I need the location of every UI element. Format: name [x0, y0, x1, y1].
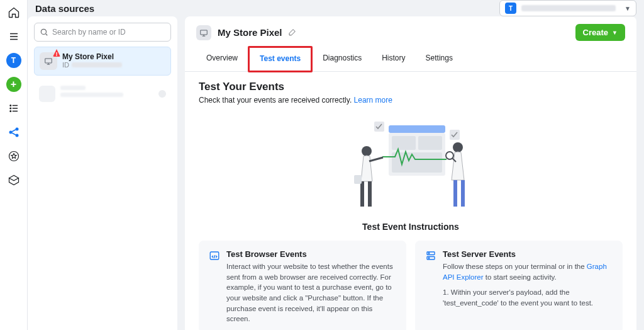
search-input-wrapper[interactable] [34, 23, 171, 42]
svg-point-21 [453, 142, 463, 152]
svg-rect-18 [360, 181, 364, 207]
svg-rect-19 [368, 181, 372, 207]
left-nav-rail: T + [0, 0, 28, 330]
account-selector[interactable]: T ▼ [499, 0, 636, 16]
code-icon [209, 250, 220, 261]
tab-settings[interactable]: Settings [416, 47, 463, 71]
svg-rect-22 [453, 180, 457, 207]
monitor-icon [196, 25, 211, 40]
browser-events-card: Test Browser Events Interact with your w… [199, 241, 406, 330]
content-pane: My Store Pixel Create ▼ Overview Test ev… [185, 16, 636, 330]
server-icon [425, 250, 436, 261]
illustration-svg [329, 116, 492, 217]
server-events-card: Test Server Events Follow these steps on… [415, 241, 623, 330]
monitor-icon: ! [40, 52, 57, 70]
create-button[interactable]: Create ▼ [575, 24, 625, 41]
svg-point-29 [428, 258, 430, 259]
source-item-redacted[interactable] [34, 81, 171, 107]
server-card-body: Follow these steps on your terminal or i… [443, 261, 613, 282]
edit-icon[interactable] [289, 28, 297, 38]
section-heading: Test Your Events [199, 81, 623, 93]
source-title: My Store Pixel [218, 27, 282, 38]
svg-rect-10 [389, 125, 445, 133]
list-icon[interactable] [6, 101, 21, 116]
source-name: My Store Pixel [62, 52, 122, 61]
svg-point-2 [10, 111, 11, 112]
svg-point-4 [15, 128, 18, 131]
svg-point-0 [10, 105, 11, 106]
tab-overview[interactable]: Overview [196, 47, 248, 71]
source-id-line: ID [62, 61, 122, 69]
add-icon[interactable]: + [6, 77, 21, 92]
sources-sidebar: ! My Store Pixel ID [28, 16, 177, 330]
svg-point-17 [362, 146, 372, 156]
svg-rect-23 [461, 180, 465, 207]
server-card-title: Test Server Events [443, 249, 613, 259]
svg-rect-8 [45, 59, 52, 63]
tab-test-events[interactable]: Test events [248, 46, 313, 72]
search-icon [40, 28, 48, 37]
star-badge-icon[interactable] [6, 149, 21, 164]
svg-rect-9 [201, 30, 208, 34]
avatar[interactable]: T [6, 53, 21, 68]
account-badge: T [505, 3, 516, 14]
learn-more-link[interactable]: Learn more [354, 96, 392, 105]
svg-rect-13 [418, 136, 442, 150]
share-icon[interactable] [6, 125, 21, 140]
status-dot [158, 90, 166, 98]
alert-icon: ! [53, 49, 60, 57]
account-name-redacted [521, 5, 616, 11]
hero-title: Test Event Instructions [362, 222, 459, 232]
browser-card-body: Interact with your website to test wheth… [226, 261, 396, 324]
section-subtext: Check that your events are received corr… [199, 96, 623, 105]
hero-illustration: Test Event Instructions [199, 116, 623, 232]
tab-history[interactable]: History [372, 47, 415, 71]
svg-point-28 [428, 253, 430, 254]
source-item-mystore[interactable]: ! My Store Pixel ID [34, 47, 171, 76]
server-card-step1: 1. Within your server's payload, add the… [443, 287, 613, 308]
caret-down-icon: ▼ [612, 30, 618, 36]
svg-point-7 [41, 29, 46, 34]
search-input[interactable] [52, 28, 165, 37]
page-title: Data sources [35, 3, 94, 14]
svg-point-1 [10, 108, 11, 109]
home-icon[interactable] [6, 5, 21, 20]
tabs: Overview Test events Diagnostics History… [185, 47, 636, 72]
svg-rect-12 [392, 136, 416, 150]
tab-diagnostics[interactable]: Diagnostics [313, 47, 372, 71]
svg-rect-20 [354, 175, 362, 184]
browser-card-title: Test Browser Events [226, 249, 396, 259]
redacted-icon [39, 86, 55, 102]
menu-icon[interactable] [6, 29, 21, 44]
box-icon[interactable] [6, 173, 21, 188]
chevron-down-icon: ▼ [625, 5, 631, 12]
svg-point-5 [15, 134, 18, 137]
